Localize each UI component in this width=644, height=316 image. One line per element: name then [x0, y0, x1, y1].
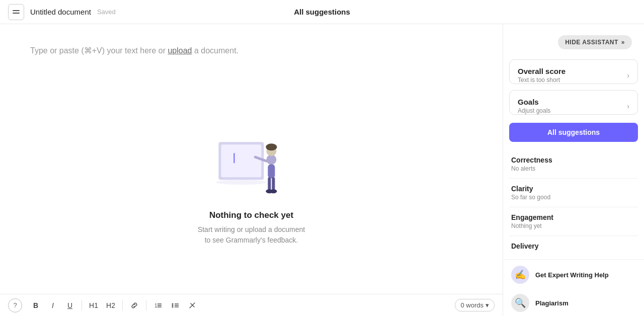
svg-point-18	[172, 304, 174, 306]
overall-score-subtitle: Text is too short	[518, 76, 566, 84]
expert-section[interactable]: ✍️ Get Expert Writing Help	[503, 259, 644, 290]
correctness-title: Correctness	[511, 156, 636, 164]
unordered-list-button[interactable]	[168, 298, 183, 313]
clear-format-button[interactable]	[185, 298, 200, 313]
toolbar-divider-2	[122, 300, 123, 310]
suggestion-item-engagement[interactable]: Engagement Nothing yet	[509, 207, 638, 236]
bottom-toolbar: ? B I U H1 H2 1.	[0, 294, 503, 316]
topbar: Untitled document Saved All suggestions	[0, 0, 644, 24]
doc-title: Untitled document	[30, 8, 91, 16]
ordered-list-button[interactable]: 1.	[150, 298, 166, 313]
goals-subtitle: Adjust goals	[518, 107, 550, 114]
ordered-list-icon: 1.	[154, 301, 162, 309]
editor-placeholder: Type or paste (⌘+V) your text here or up…	[30, 44, 472, 57]
plagiarism-section[interactable]: 🔍 Plagiarism	[503, 290, 644, 316]
empty-subtitle: Start writing or upload a document to se…	[198, 224, 305, 246]
link-icon	[130, 301, 138, 309]
hide-assistant-arrow: »	[621, 39, 625, 46]
suggestion-item-delivery[interactable]: Delivery	[509, 236, 638, 257]
topbar-center: All suggestions	[217, 8, 427, 16]
suggestion-item-correctness[interactable]: Correctness No alerts	[509, 150, 638, 179]
underline-button[interactable]: U	[62, 298, 77, 313]
engagement-title: Engagement	[511, 213, 636, 221]
delivery-title: Delivery	[511, 242, 636, 250]
h2-button[interactable]: H2	[103, 298, 118, 313]
all-suggestions-button[interactable]: All suggestions	[509, 123, 638, 142]
svg-rect-2	[233, 153, 234, 163]
overall-score-card[interactable]: Overall score Text is too short ›	[509, 59, 638, 84]
topbar-center-title: All suggestions	[294, 8, 350, 16]
hide-assistant-label: HIDE ASSISTANT	[565, 39, 618, 46]
saved-badge: Saved	[97, 8, 116, 16]
toolbar-divider-3	[146, 300, 146, 310]
toolbar-divider-1	[82, 300, 82, 310]
help-button[interactable]: ?	[8, 298, 22, 312]
clarity-title: Clarity	[511, 185, 636, 193]
h1-button[interactable]: H1	[86, 298, 101, 313]
word-count-label: 0 words	[460, 301, 484, 309]
bold-button[interactable]: B	[28, 298, 43, 313]
editor-content[interactable]: Type or paste (⌘+V) your text here or up…	[0, 24, 503, 294]
overall-score-title: Overall score	[518, 67, 566, 75]
hide-assistant-button[interactable]: HIDE ASSISTANT »	[558, 35, 632, 49]
expert-avatar: ✍️	[511, 266, 529, 284]
svg-point-17	[172, 303, 174, 304]
svg-rect-7	[268, 164, 275, 178]
correctness-sub: No alerts	[511, 165, 636, 172]
plagiarism-title: Plagiarism	[535, 299, 569, 307]
sidebar: HIDE ASSISTANT » Overall score Text is t…	[503, 24, 644, 316]
score-card-header[interactable]: Overall score Text is too short ›	[510, 60, 637, 84]
editor-area: Type or paste (⌘+V) your text here or up…	[0, 24, 503, 316]
expert-title: Get Expert Writing Help	[535, 271, 609, 279]
svg-point-19	[172, 306, 174, 307]
goals-card-header[interactable]: Goals Adjust goals ›	[510, 91, 637, 115]
word-count-button[interactable]: 0 words ▾	[455, 299, 495, 311]
clear-format-icon	[188, 301, 196, 309]
plagiarism-avatar: 🔍	[511, 294, 529, 312]
empty-state: Nothing to check yet Start writing or up…	[198, 122, 305, 246]
svg-point-12	[216, 180, 266, 185]
italic-button[interactable]: I	[45, 298, 60, 313]
upload-link[interactable]: upload	[168, 46, 192, 55]
svg-point-3	[266, 154, 276, 165]
goals-title: Goals	[518, 98, 550, 106]
menu-icon	[13, 10, 20, 14]
main-layout: Type or paste (⌘+V) your text here or up…	[0, 24, 644, 316]
svg-rect-1	[221, 144, 261, 177]
suggestion-item-clarity[interactable]: Clarity So far so good	[509, 179, 638, 207]
engagement-sub: Nothing yet	[511, 222, 636, 229]
svg-point-5	[266, 143, 277, 150]
suggestion-list: Correctness No alerts Clarity So far so …	[503, 150, 644, 257]
clarity-sub: So far so good	[511, 194, 636, 201]
link-button[interactable]	[127, 298, 142, 313]
empty-illustration	[211, 122, 291, 202]
score-chevron-icon: ›	[627, 71, 629, 80]
menu-button[interactable]	[8, 4, 24, 20]
topbar-left: Untitled document Saved	[8, 4, 217, 20]
score-card-text: Overall score Text is too short	[518, 67, 566, 84]
svg-point-11	[270, 189, 277, 193]
svg-rect-9	[272, 177, 275, 191]
word-count-arrow: ▾	[486, 301, 489, 309]
svg-rect-8	[268, 177, 271, 191]
goals-chevron-icon: ›	[627, 102, 629, 110]
goals-card[interactable]: Goals Adjust goals ›	[509, 90, 638, 115]
goals-text: Goals Adjust goals	[518, 98, 550, 114]
unordered-list-icon	[171, 301, 179, 309]
expert-text: Get Expert Writing Help	[535, 271, 609, 279]
empty-title: Nothing to check yet	[209, 210, 293, 220]
